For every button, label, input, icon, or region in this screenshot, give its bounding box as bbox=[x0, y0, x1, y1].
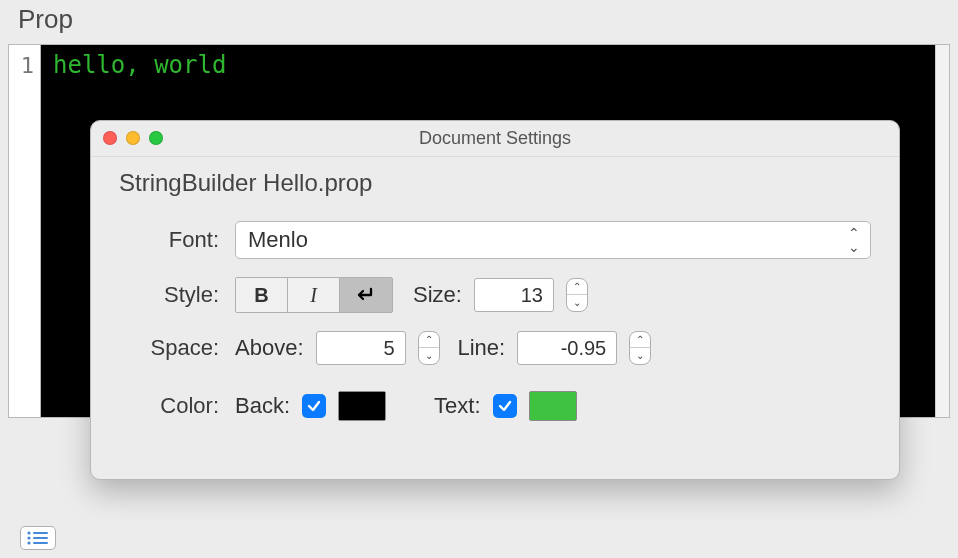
font-combobox[interactable]: Menlo ⌃⌄ bbox=[235, 221, 871, 259]
line-number: 1 bbox=[9, 53, 34, 78]
vertical-scrollbar[interactable] bbox=[935, 45, 949, 417]
size-field[interactable]: 13 bbox=[474, 278, 554, 312]
style-row: Style: B I Size: 13 ⌃ ⌄ bbox=[131, 277, 871, 313]
font-row: Font: Menlo ⌃⌄ bbox=[131, 221, 871, 259]
check-icon bbox=[306, 398, 322, 414]
space-row: Space: Above: 5 ⌃ ⌄ Line: -0.95 ⌃ ⌄ bbox=[131, 331, 871, 365]
chevron-up-icon: ⌃ bbox=[567, 279, 587, 295]
line-stepper[interactable]: ⌃ ⌄ bbox=[629, 331, 651, 365]
svg-point-4 bbox=[27, 541, 30, 544]
svg-point-0 bbox=[27, 531, 30, 534]
dialog-title: Document Settings bbox=[419, 128, 571, 149]
back-color-swatch[interactable] bbox=[338, 391, 386, 421]
font-label: Font: bbox=[131, 227, 223, 253]
style-segmented-control: B I bbox=[235, 277, 393, 313]
svg-rect-5 bbox=[33, 542, 48, 544]
font-value: Menlo bbox=[248, 227, 308, 253]
svg-rect-3 bbox=[33, 537, 48, 539]
check-icon bbox=[497, 398, 513, 414]
above-stepper[interactable]: ⌃ ⌄ bbox=[418, 331, 440, 365]
chevron-up-icon: ⌃ bbox=[630, 332, 650, 348]
bold-icon: B bbox=[254, 284, 268, 307]
size-label: Size: bbox=[413, 282, 462, 308]
chevron-down-icon: ⌄ bbox=[419, 348, 439, 364]
line-label: Line: bbox=[458, 335, 506, 361]
document-settings-dialog: Document Settings StringBuilder Hello.pr… bbox=[90, 120, 900, 480]
dialog-titlebar[interactable]: Document Settings bbox=[91, 121, 899, 157]
svg-point-2 bbox=[27, 536, 30, 539]
list-icon bbox=[27, 531, 49, 545]
svg-rect-1 bbox=[33, 532, 48, 534]
minimize-window-button[interactable] bbox=[126, 131, 140, 145]
space-label: Space: bbox=[131, 335, 223, 361]
dialog-subtitle: StringBuilder Hello.prop bbox=[91, 157, 899, 203]
back-swatch-fill bbox=[339, 392, 385, 420]
text-swatch-fill bbox=[530, 392, 576, 420]
wrap-toggle[interactable] bbox=[340, 278, 392, 312]
return-icon bbox=[355, 286, 377, 304]
back-checkbox[interactable] bbox=[302, 394, 326, 418]
color-label: Color: bbox=[131, 393, 223, 419]
back-label: Back: bbox=[235, 393, 290, 419]
zoom-window-button[interactable] bbox=[149, 131, 163, 145]
size-stepper[interactable]: ⌃ ⌄ bbox=[566, 278, 588, 312]
bold-toggle[interactable]: B bbox=[236, 278, 288, 312]
traffic-lights bbox=[103, 131, 163, 145]
italic-toggle[interactable]: I bbox=[288, 278, 340, 312]
above-field[interactable]: 5 bbox=[316, 331, 406, 365]
line-field[interactable]: -0.95 bbox=[517, 331, 617, 365]
chevron-updown-icon: ⌃⌄ bbox=[848, 226, 860, 254]
close-window-button[interactable] bbox=[103, 131, 117, 145]
color-row: Color: Back: Text: bbox=[131, 391, 871, 421]
chevron-down-icon: ⌄ bbox=[567, 295, 587, 311]
chevron-up-icon: ⌃ bbox=[419, 332, 439, 348]
app-window: Prop 1 hello, world Document Settings St bbox=[0, 0, 958, 558]
chevron-down-icon: ⌄ bbox=[630, 348, 650, 364]
italic-icon: I bbox=[310, 284, 317, 307]
style-label: Style: bbox=[131, 282, 223, 308]
document-tab-label[interactable]: Prop bbox=[18, 4, 73, 35]
settings-form: Font: Menlo ⌃⌄ Style: B I bbox=[91, 221, 899, 421]
above-label: Above: bbox=[235, 335, 304, 361]
text-checkbox[interactable] bbox=[493, 394, 517, 418]
outline-toggle-button[interactable] bbox=[20, 526, 56, 550]
line-number-gutter: 1 bbox=[9, 45, 41, 417]
text-color-swatch[interactable] bbox=[529, 391, 577, 421]
text-label: Text: bbox=[434, 393, 480, 419]
